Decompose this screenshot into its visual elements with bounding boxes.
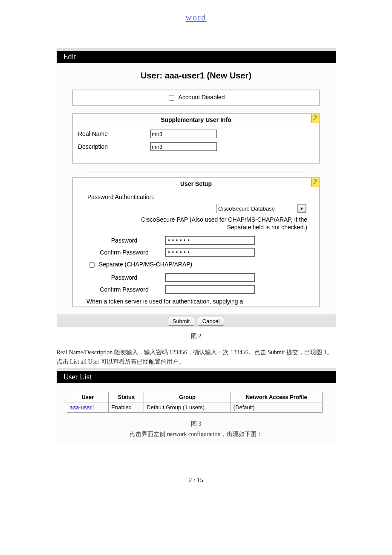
help-icon[interactable]: ? bbox=[311, 114, 319, 123]
supp-header-text: Supplementary User Info bbox=[161, 116, 231, 123]
password-auth-label: Password Authentication: bbox=[87, 194, 308, 200]
help-icon[interactable]: ? bbox=[311, 178, 319, 187]
cn-instruction-2: 点击界面左侧 nerwork configuration，出现如下图： bbox=[57, 428, 336, 442]
cell-group: Default Group (1 users) bbox=[144, 402, 231, 413]
sep-password-label: Password bbox=[84, 272, 164, 283]
edit-header-bar: Edit bbox=[57, 51, 336, 63]
separate-row: Separate (CHAP/MS-CHAP/ARAP) bbox=[87, 261, 308, 269]
user-setup-header: User Setup ? bbox=[73, 178, 319, 189]
screenshot-user-list: User List User Status Group Network Acce… bbox=[57, 368, 336, 442]
confirm-password-label: Confirm Password bbox=[84, 246, 164, 258]
token-note: When a token server is used for authenti… bbox=[86, 298, 308, 305]
figure-2-label: 图 2 bbox=[0, 332, 392, 340]
supp-header: Supplementary User Info ? bbox=[73, 114, 319, 125]
db-select[interactable]: CiscoSecure Database ▼ bbox=[216, 204, 306, 213]
account-disabled-panel: Account Disabled bbox=[72, 90, 320, 106]
col-nap: Network Access Profile bbox=[231, 392, 322, 402]
col-user: User bbox=[67, 392, 109, 402]
user-setup-header-text: User Setup bbox=[180, 180, 212, 187]
separate-label: Separate (CHAP/MS-CHAP/ARAP) bbox=[99, 261, 192, 268]
table-header-row: User Status Group Network Access Profile bbox=[67, 392, 322, 402]
description-input[interactable] bbox=[150, 142, 217, 151]
real-name-input[interactable] bbox=[150, 130, 217, 138]
figure-3-label: 图 3 bbox=[57, 420, 336, 428]
user-setup-panel: User Setup ? Password Authentication: Ci… bbox=[72, 177, 320, 307]
button-bar: Submit Cancel bbox=[57, 315, 336, 327]
cancel-button[interactable]: Cancel bbox=[198, 317, 224, 326]
col-status: Status bbox=[109, 392, 144, 402]
submit-button[interactable]: Submit bbox=[168, 317, 194, 326]
sep-confirm-label: Confirm Password bbox=[84, 283, 164, 295]
description-label: Description bbox=[78, 143, 150, 150]
chevron-down-icon[interactable]: ▼ bbox=[297, 204, 306, 213]
cn-instruction-1: Real Name/Description 随便输入，输入密码 123456，确… bbox=[57, 348, 336, 367]
user-list-header-bar: User List bbox=[57, 371, 336, 383]
sep-password-input[interactable] bbox=[165, 273, 255, 282]
user-list-table: User Status Group Network Access Profile… bbox=[67, 392, 323, 413]
cell-status: Enabled bbox=[109, 402, 144, 413]
real-name-label: Real Name bbox=[78, 130, 150, 137]
password-input[interactable] bbox=[165, 236, 255, 245]
screenshot-edit-user: Edit User: aaa-user1 (New User) Account … bbox=[57, 48, 336, 327]
password-label: Password bbox=[84, 234, 164, 246]
word-link[interactable]: word bbox=[185, 13, 206, 22]
pap-note: CiscoSecure PAP (Also used for CHAP/MS-C… bbox=[84, 216, 307, 231]
page-title: User: aaa-user1 (New User) bbox=[57, 71, 336, 81]
db-select-value: CiscoSecure Database bbox=[216, 205, 297, 212]
separate-checkbox[interactable] bbox=[89, 262, 95, 268]
account-disabled-checkbox[interactable] bbox=[169, 95, 174, 101]
sep-confirm-input[interactable] bbox=[165, 285, 255, 294]
cell-nap: (Default) bbox=[231, 402, 322, 413]
supp-user-info-panel: Supplementary User Info ? Real Name Desc… bbox=[72, 113, 320, 163]
confirm-password-input[interactable] bbox=[165, 248, 255, 257]
divider bbox=[85, 173, 307, 173]
account-disabled-label: Account Disabled bbox=[179, 94, 225, 101]
table-row: aaa-user1 Enabled Default Group (1 users… bbox=[67, 402, 322, 413]
col-group: Group bbox=[144, 392, 231, 402]
page-footer: 2 / 15 bbox=[0, 477, 392, 484]
user-link[interactable]: aaa-user1 bbox=[70, 404, 95, 410]
